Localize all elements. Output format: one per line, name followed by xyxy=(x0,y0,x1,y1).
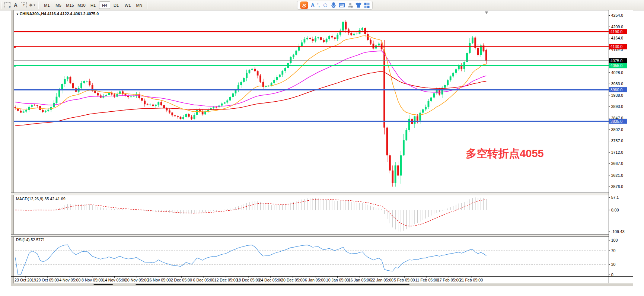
text-box-icon[interactable]: T xyxy=(20,1,28,9)
time-tick-label[interactable]: 18 Dec 05:00 xyxy=(236,278,260,282)
price-badge-label: 3960.0 xyxy=(610,87,623,92)
dropdown-caret-icon[interactable]: ▾ xyxy=(34,3,35,7)
price-badge-label: 3835.0 xyxy=(610,119,623,124)
time-tick-label[interactable]: 30 Dec 05:00 xyxy=(281,278,305,282)
panel-separator[interactable] xyxy=(11,193,633,195)
candle-body xyxy=(281,71,283,74)
timeframe-button-mn[interactable]: MN xyxy=(134,1,145,9)
language-toggle-icon[interactable]: A xyxy=(311,1,315,9)
candle-body xyxy=(304,39,306,42)
panel-separator[interactable] xyxy=(11,235,633,237)
time-tick-label[interactable]: 22 Jan 05:00 xyxy=(371,278,393,282)
timeframe-button-d1[interactable]: D1 xyxy=(111,1,122,9)
candle-body xyxy=(315,38,316,41)
toolbar-handle xyxy=(1,1,1,9)
snap-grid-icon[interactable]: F xyxy=(3,1,12,9)
candle-body xyxy=(408,119,410,130)
toolbar-separator xyxy=(38,1,39,9)
timeframe-button-m1[interactable]: M1 xyxy=(41,1,52,9)
emoji-icon[interactable]: ☺ xyxy=(322,1,328,9)
timeframe-button-m30[interactable]: M30 xyxy=(76,1,87,9)
price-tick-label: 3802.0 xyxy=(611,127,624,132)
sogou-logo-icon[interactable]: S xyxy=(300,1,308,9)
candle-body xyxy=(191,117,192,119)
candle-body xyxy=(144,101,146,104)
candle-body xyxy=(67,77,68,79)
skin-tshirt-icon[interactable] xyxy=(356,1,361,9)
candle-body xyxy=(116,94,118,97)
candle-body xyxy=(361,28,363,30)
time-tick-label[interactable]: 4 Nov 05:00 xyxy=(59,278,80,282)
candle-body xyxy=(356,34,358,34)
toolbox-grid-icon[interactable] xyxy=(364,1,370,9)
candle-body xyxy=(182,117,184,119)
time-tick-label[interactable]: 23 Oct 2019 xyxy=(15,278,36,282)
punctuation-icon[interactable]: ’, xyxy=(317,1,320,9)
candle-body xyxy=(185,114,187,117)
level-handle[interactable] xyxy=(14,65,16,67)
timeframe-button-h1[interactable]: H1 xyxy=(87,1,99,9)
candle-body xyxy=(309,38,311,39)
time-tick-label[interactable]: 12 Dec 05:00 xyxy=(214,278,238,282)
candle-body xyxy=(152,105,154,106)
price-badge-label: 4190.0 xyxy=(610,29,623,34)
price-tick-label: 3712.0 xyxy=(611,150,624,155)
time-tick-label[interactable]: 24 Dec 05:00 xyxy=(259,278,282,282)
candle-body xyxy=(42,110,44,112)
microphone-icon[interactable] xyxy=(331,1,336,9)
candle-body xyxy=(174,115,176,116)
timeframe-button-m5[interactable]: M5 xyxy=(53,1,64,9)
candle-body xyxy=(226,101,228,103)
time-tick-label[interactable]: 10 Jan 05:00 xyxy=(326,278,349,282)
price-tick-label: 4209.0 xyxy=(611,25,624,29)
time-tick-label[interactable]: 17 Feb 05:00 xyxy=(437,278,461,282)
candle-body xyxy=(122,91,124,94)
candle-body xyxy=(105,95,107,96)
time-tick-label[interactable]: 8 Nov 05:00 xyxy=(82,278,103,282)
time-tick-label[interactable]: 2 Dec 05:00 xyxy=(171,278,192,282)
annotation-text[interactable]: 多空转折点4055 xyxy=(466,147,543,159)
time-tick-label[interactable]: 21 Feb 05:00 xyxy=(460,278,483,282)
time-tick-label[interactable]: 5 Feb 05:00 xyxy=(394,278,415,282)
candle-body xyxy=(28,107,30,110)
candle-body xyxy=(328,36,330,39)
candle-body xyxy=(337,35,338,39)
candle-body xyxy=(157,102,159,105)
timeframe-button-m15[interactable]: M15 xyxy=(64,1,76,9)
candle-body xyxy=(31,105,33,107)
candle-body xyxy=(163,105,165,108)
candle-body xyxy=(425,107,427,109)
timeframe-group: M1M5M15M30H1H4D1W1MN xyxy=(41,1,145,9)
candle-body xyxy=(403,140,405,156)
time-tick-label[interactable]: 29 Oct 05:00 xyxy=(36,278,59,282)
cursor-style-icon[interactable]: ❖ ▾ xyxy=(28,1,36,9)
time-tick-label[interactable]: 20 Nov 05:00 xyxy=(125,278,149,282)
font-label-icon[interactable]: A xyxy=(12,1,20,9)
timeframe-button-w1[interactable]: W1 xyxy=(122,1,133,9)
candle-body xyxy=(196,109,198,115)
price-badge-label: 4130.0 xyxy=(610,44,623,49)
timeframe-button-h4[interactable]: H4 xyxy=(99,1,110,9)
candle-body xyxy=(405,130,407,140)
candle-body xyxy=(141,98,143,101)
keyboard-icon[interactable] xyxy=(339,1,345,9)
candle-body xyxy=(177,116,179,117)
candle-body xyxy=(469,43,471,53)
time-tick-label[interactable]: 26 Nov 05:00 xyxy=(147,278,171,282)
price-tick-label: 4164.0 xyxy=(611,36,624,40)
time-tick-label[interactable]: 11 Feb 05:00 xyxy=(415,278,438,282)
candle-body xyxy=(89,81,90,85)
candle-body xyxy=(194,115,195,119)
price-tick-label: 3621.0 xyxy=(611,173,624,178)
time-tick-label[interactable]: 14 Nov 05:00 xyxy=(103,278,126,282)
diamonds-glyph: ❖ xyxy=(29,3,33,8)
account-person-icon[interactable] xyxy=(348,1,353,9)
time-tick-label[interactable]: 16 Jan 05:00 xyxy=(348,278,371,282)
level-handle[interactable] xyxy=(14,46,16,48)
macd-scale-label: 57.1 xyxy=(611,195,619,200)
candle-body xyxy=(306,38,308,39)
candle-body xyxy=(441,88,443,95)
time-tick-label[interactable]: 6 Dec 05:00 xyxy=(193,278,214,282)
candle-body xyxy=(100,95,102,98)
time-tick-label[interactable]: 6 Jan 05:00 xyxy=(305,278,326,282)
